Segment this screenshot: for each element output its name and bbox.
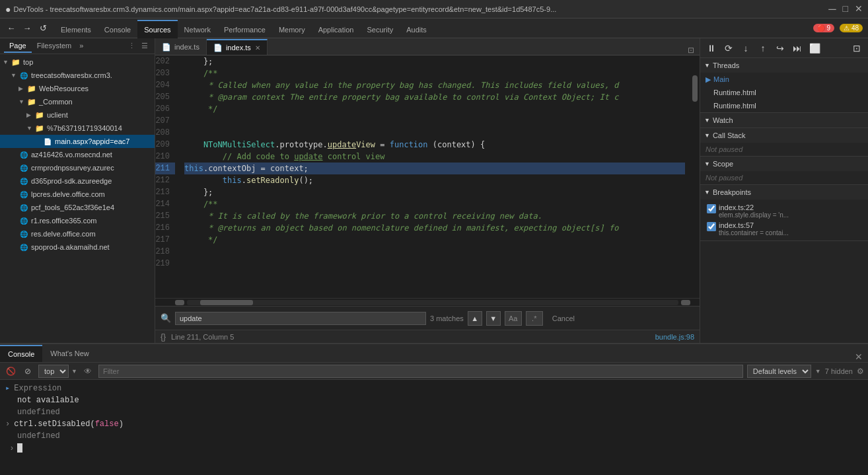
sidebar-tab-overflow[interactable]: » <box>77 40 86 53</box>
step-into-btn[interactable]: ↓ <box>739 41 753 55</box>
toggle-drawer-btn[interactable]: ⊡ <box>850 41 864 55</box>
callstack-section: ▼ Call Stack Not paused <box>700 128 868 157</box>
tab-network[interactable]: Network <box>178 20 217 38</box>
breakpoint-checkbox-1[interactable] <box>707 204 716 213</box>
tree-item-mainaspx[interactable]: 📄 main.aspx?appid=eac7 <box>0 135 155 148</box>
search-next-btn[interactable]: ▼ <box>486 311 501 326</box>
forward-btn[interactable]: → <box>20 21 34 36</box>
tree-item-treecatsoft[interactable]: ▼ 🌐 treecatsoftwaresbx.crm3. <box>0 69 155 82</box>
console-cursor[interactable] <box>17 443 22 453</box>
tab-audits[interactable]: Audits <box>400 20 433 38</box>
clear-console-btn[interactable]: 🚫 <box>4 365 17 378</box>
deactivate-breakpoints-btn[interactable]: ⏭ <box>790 41 805 55</box>
search-prev-btn[interactable]: ▲ <box>468 311 482 326</box>
tree-item-top[interactable]: ▼ 📁 top <box>0 55 155 69</box>
tab-sources[interactable]: Sources <box>137 20 177 38</box>
settings-icon[interactable]: ⚙ <box>857 367 864 376</box>
close-tab-icon[interactable]: ✕ <box>255 44 260 52</box>
sidebar-tab-filesystem[interactable]: Filesystem <box>32 40 77 53</box>
filter-input[interactable] <box>98 365 743 378</box>
tree-item-r1res[interactable]: 🌐 r1.res.office365.com <box>0 214 155 227</box>
sidebar-header-icons: ⋮ ☰ <box>126 40 151 52</box>
tree-item-d365prod[interactable]: 🌐 d365prod-sdk.azureedge <box>0 174 155 188</box>
tree-item-crmprod[interactable]: 🌐 crmprodnpssurvey.azurec <box>0 161 155 174</box>
toggle-visibility-btn[interactable]: 👁 <box>81 365 94 378</box>
bundle-link[interactable]: bundle.js:98 <box>655 333 694 341</box>
thread-runtime-1[interactable]: Runtime.html <box>700 86 868 99</box>
tab-security[interactable]: Security <box>360 20 400 38</box>
tree-item-lpcres[interactable]: 🌐 lpcres.delve.office.com <box>0 188 155 201</box>
breakpoints-title: Breakpoints <box>713 188 751 196</box>
thread-main[interactable]: ▶ Main <box>700 73 868 86</box>
tab-label: index.ts <box>226 44 251 52</box>
scope-header[interactable]: ▼ Scope <box>700 157 868 171</box>
regex-btn[interactable]: .* <box>526 311 543 326</box>
bottom-tab-console[interactable]: Console <box>0 345 42 362</box>
dont-pause-exceptions-btn[interactable]: ⬜ <box>807 41 822 55</box>
sidebar-tab-page[interactable]: Page <box>4 40 32 53</box>
back-btn[interactable]: ← <box>4 21 18 36</box>
stop-on-errors-btn[interactable]: ⊘ <box>21 365 34 378</box>
tree-item-pcftools[interactable]: 🌐 pcf_tools_652ac3f36e1e4 <box>0 201 155 214</box>
tree-item-spoprod[interactable]: 🌐 spoprod-a.akamaihd.net <box>0 240 155 254</box>
match-case-btn[interactable]: Aa <box>505 311 522 326</box>
callstack-header[interactable]: ▼ Call Stack <box>700 128 868 143</box>
pause-resume-btn[interactable]: ⏸ <box>704 41 719 55</box>
thread-runtime-2[interactable]: Runtime.html <box>700 99 868 112</box>
breakpoint-code-2: this.container = contai... <box>719 229 789 237</box>
top-navigation: ← → ↺ Elements Console Sources Network P… <box>0 18 868 38</box>
editor-tab-index-ts-1[interactable]: 📄 index.ts <box>155 39 207 55</box>
collapse-icon: ▼ <box>704 161 710 167</box>
search-input[interactable] <box>175 312 426 325</box>
sidebar-more-icon[interactable]: ⋮ <box>126 40 137 52</box>
step-btn[interactable]: ↪ <box>773 41 787 55</box>
code-line-216: * @returns an object based on nomenclatu… <box>184 222 685 234</box>
bottom-tab-whatsnew[interactable]: What's New <box>42 345 96 362</box>
watch-section: ▼ Watch <box>700 113 868 128</box>
bottom-panel: Console What's New ✕ 🚫 ⊘ top ▼ 👁 Default… <box>0 343 868 475</box>
tree-item-az416426[interactable]: 🌐 az416426.vo.msecnd.net <box>0 148 155 161</box>
vertical-scrollbar[interactable] <box>690 55 700 298</box>
tree-item-resdelve[interactable]: 🌐 res.delve.office.com <box>0 227 155 240</box>
breakpoints-header[interactable]: ▼ Breakpoints <box>700 185 868 200</box>
code-line-217: */ <box>184 234 685 246</box>
minimize-btn[interactable]: ─ <box>828 3 836 15</box>
step-out-btn[interactable]: ↑ <box>756 41 770 55</box>
refresh-btn[interactable]: ↺ <box>36 21 50 36</box>
breakpoint-file-2[interactable]: index.ts:57 <box>719 221 789 229</box>
breakpoint-file-1[interactable]: index.ts:22 <box>719 203 789 211</box>
code-line-215: * It is called by the framework prior to… <box>184 210 685 222</box>
right-panel-content: ▼ Threads ▶ Main Runtime.html Runtime.ht… <box>700 58 868 343</box>
horizontal-scrollbar[interactable] <box>155 298 700 306</box>
thread-label: Main <box>713 75 729 83</box>
tree-item-common[interactable]: ▼ 📁 _Common <box>0 95 155 108</box>
threads-header[interactable]: ▼ Threads <box>700 58 868 73</box>
tab-application[interactable]: Application <box>312 20 361 38</box>
context-select[interactable]: top <box>38 365 69 378</box>
close-bottom-panel-btn[interactable]: ✕ <box>850 351 868 362</box>
tree-item-uclient[interactable]: ▶ 📁 uclient <box>0 108 155 122</box>
format-code-icon[interactable]: {} <box>161 332 166 342</box>
search-cancel-btn[interactable]: Cancel <box>547 313 580 324</box>
thread-label: Runtime.html <box>713 89 756 96</box>
breakpoint-checkbox-2[interactable] <box>707 222 716 231</box>
tab-performance[interactable]: Performance <box>217 20 272 38</box>
expand-arrow-icon[interactable]: ▸ <box>5 383 10 394</box>
step-over-btn[interactable]: ⟳ <box>721 41 736 55</box>
tree-label: uclient <box>47 111 68 119</box>
watch-header[interactable]: ▼ Watch <box>700 113 868 128</box>
code-content[interactable]: }; /** * Called when any value in the pr… <box>179 55 690 298</box>
breakpoint-item-1: index.ts:22 elem.style.display = 'n... <box>704 202 864 220</box>
tab-memory[interactable]: Memory <box>272 20 312 38</box>
editor-tab-index-ts-2[interactable]: 📄 index.ts ✕ <box>207 39 268 55</box>
close-btn[interactable]: ✕ <box>855 3 863 15</box>
level-select[interactable]: Default levels <box>747 365 811 378</box>
tab-console[interactable]: Console <box>98 20 137 38</box>
sidebar-menu-icon[interactable]: ☰ <box>139 40 151 52</box>
tab-elements[interactable]: Elements <box>54 20 98 38</box>
console-toolbar: 🚫 ⊘ top ▼ 👁 Default levels ▼ 7 hidden ⚙ <box>0 363 868 380</box>
editor-expand-btn[interactable]: ⊡ <box>682 46 700 55</box>
tree-item-webresources[interactable]: ▶ 📁 WebResources <box>0 82 155 95</box>
maximize-btn[interactable]: □ <box>843 3 848 15</box>
tree-item-7b637[interactable]: ▼ 📁 %7b637191719340014 <box>0 122 155 135</box>
